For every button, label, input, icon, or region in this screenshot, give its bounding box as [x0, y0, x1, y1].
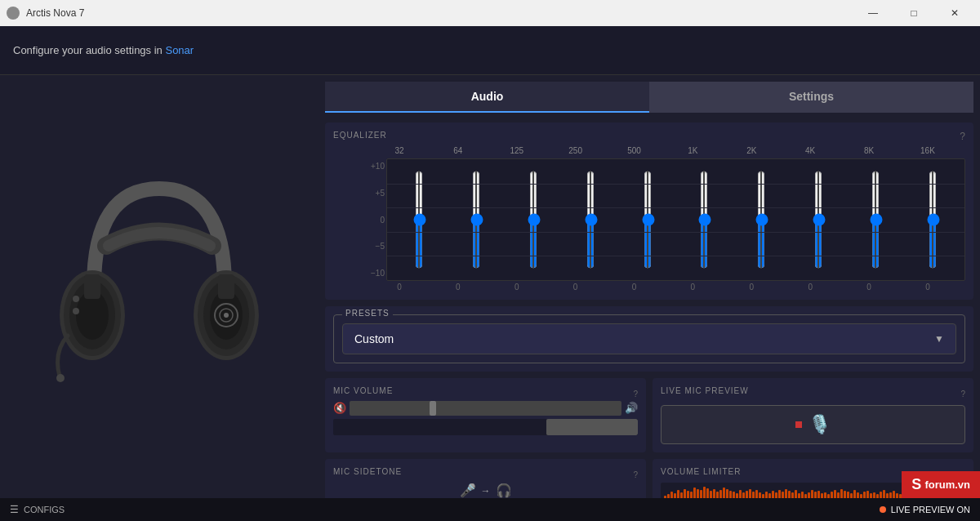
wave-bar	[746, 491, 748, 498]
maximize-button[interactable]: □	[895, 0, 933, 26]
live-mic-preview-button[interactable]: 🎙️	[661, 405, 965, 444]
bval-4: 0	[622, 283, 647, 292]
close-button[interactable]: ✕	[936, 0, 973, 26]
forum-s-letter: S	[911, 476, 921, 493]
equalizer-info-icon[interactable]: ?	[960, 131, 965, 142]
presets-section: PRESETS Custom ▼	[325, 306, 973, 372]
live-mic-label: LIVE MIC PREVIEW	[661, 386, 749, 395]
tab-settings[interactable]: Settings	[649, 82, 973, 113]
window-controls[interactable]: — □ ✕	[854, 0, 973, 26]
freq-32: 32	[387, 146, 412, 155]
wave-bar	[703, 487, 706, 498]
live-mic-section: LIVE MIC PREVIEW ? 🎙️	[653, 378, 973, 452]
wave-bar	[693, 488, 696, 498]
svg-point-12	[224, 313, 229, 318]
wave-bar	[873, 492, 875, 498]
sidetone-info-icon[interactable]: ?	[633, 470, 638, 479]
wave-bar	[866, 491, 869, 498]
svg-point-15	[56, 374, 65, 382]
sonar-link[interactable]: Sonar	[165, 44, 194, 56]
wave-bar	[719, 490, 722, 498]
mic-sidetone-section: MIC SIDETONE ? 🎤 → 🎧	[325, 459, 646, 498]
wave-bar	[801, 492, 804, 498]
sidetone-header: MIC SIDETONE ?	[333, 467, 638, 483]
wave-bar	[811, 490, 813, 498]
live-preview-label: LIVE PREVIEW ON	[891, 505, 970, 514]
gridline-4	[387, 256, 964, 256]
tab-audio[interactable]: Audio	[325, 82, 649, 113]
eq-slider-125[interactable]	[528, 171, 539, 269]
bval-7: 0	[798, 283, 822, 292]
wave-bar	[840, 489, 843, 498]
forum-text: forum.vn	[924, 479, 970, 491]
eq-slider-2k[interactable]	[755, 171, 767, 269]
wave-bar	[749, 489, 751, 498]
app-icon	[7, 7, 20, 20]
wave-bar	[726, 489, 728, 498]
wave-bar	[863, 492, 866, 498]
right-panel: Audio Settings EQUALIZER ? 32 64 125 250…	[318, 75, 980, 498]
wave-bar	[690, 492, 693, 498]
bval-1: 0	[446, 283, 470, 292]
wave-bar	[733, 492, 735, 498]
live-mic-info-icon[interactable]: ?	[960, 390, 965, 399]
wave-bar	[680, 492, 683, 498]
presets-inner: PRESETS Custom ▼	[333, 314, 965, 363]
eq-sliders-container	[386, 158, 965, 281]
eq-y-labels: +10 +5 0 −5 −10	[362, 158, 385, 281]
wave-bar	[759, 492, 761, 498]
freq-250: 250	[564, 146, 588, 155]
wave-bar	[831, 492, 833, 498]
eq-slider-16k[interactable]	[927, 171, 938, 269]
title-bar-left: Arctis Nova 7	[7, 7, 84, 20]
gridline-2	[387, 207, 964, 208]
mic-level-fill	[546, 419, 638, 435]
presets-label: PRESETS	[342, 309, 393, 318]
gridline-3	[387, 232, 964, 233]
wave-bar	[723, 488, 725, 498]
mic-volume-info-icon[interactable]: ?	[633, 390, 638, 399]
mic-volume-slider[interactable]	[350, 407, 621, 410]
eq-slider-500[interactable]	[642, 171, 653, 269]
eq-slider-1k[interactable]	[698, 171, 710, 269]
eq-slider-8k[interactable]	[870, 171, 881, 269]
wave-bar	[782, 492, 784, 498]
sidetone-arrow-icon: →	[481, 485, 491, 497]
eq-slider-250[interactable]	[585, 171, 596, 269]
wave-bar	[729, 491, 732, 498]
eq-slider-64[interactable]	[470, 171, 482, 269]
equalizer-label: EQUALIZER	[333, 131, 965, 140]
wave-bar	[706, 488, 709, 498]
mic-volume-header: MIC VOLUME ?	[333, 386, 638, 402]
wave-bar	[837, 492, 840, 498]
headphone-image	[45, 148, 274, 425]
bottom-sections-row1: MIC VOLUME ? 🔇 🔊 LI	[325, 378, 973, 452]
wave-bar	[739, 490, 742, 498]
y-zero: 0	[362, 216, 385, 225]
wave-bar	[713, 489, 715, 498]
bval-5: 0	[680, 283, 705, 292]
wave-bar	[857, 492, 859, 498]
wave-bar	[700, 490, 702, 498]
gridline-1	[387, 184, 964, 185]
minimize-button[interactable]: —	[854, 0, 892, 26]
wave-bar	[742, 492, 745, 498]
eq-slider-4k[interactable]	[813, 171, 824, 269]
eq-bottom-vals: 0 0 0 0 0 0 0 0 0 0	[362, 283, 965, 292]
dropdown-arrow-icon: ▼	[934, 333, 944, 345]
preset-selected-value: Custom	[354, 332, 394, 345]
wave-bar	[817, 491, 820, 498]
window-title: Arctis Nova 7	[26, 7, 84, 19]
freq-64: 64	[446, 146, 470, 155]
mic-loud-icon: 🔊	[625, 402, 638, 414]
wave-bar	[687, 491, 689, 498]
wave-bar	[752, 492, 755, 498]
preset-dropdown[interactable]: Custom ▼	[342, 323, 956, 354]
eq-slider-32[interactable]	[413, 171, 425, 269]
wave-bar	[880, 492, 882, 498]
configs-button[interactable]: ☰ CONFIGS	[10, 504, 65, 515]
freq-500: 500	[622, 146, 647, 155]
sidetone-label: MIC SIDETONE	[333, 467, 402, 476]
sidetone-icons-row: 🎤 → 🎧	[333, 483, 638, 498]
wave-bar	[670, 492, 673, 498]
